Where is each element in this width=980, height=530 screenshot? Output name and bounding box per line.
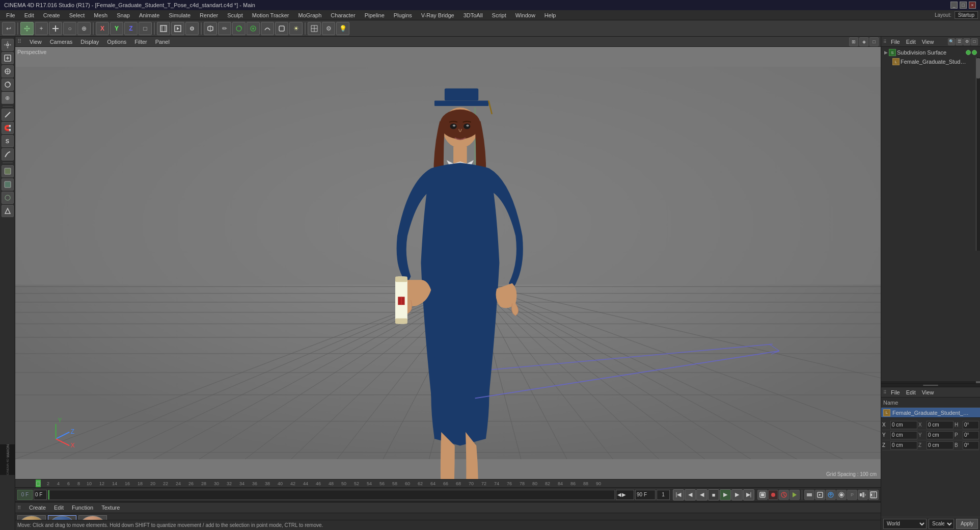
toolbar-rotate[interactable]: ○ <box>63 22 76 35</box>
tool-layer4[interactable] <box>2 205 14 217</box>
toolbar-light[interactable]: ☀ <box>289 22 303 35</box>
timeline-icon4[interactable] <box>836 490 847 500</box>
menu-render[interactable]: Render <box>196 11 222 19</box>
toolbar-y-axis[interactable]: Y <box>110 22 123 35</box>
toolbar-object-coords[interactable]: □ <box>139 22 152 35</box>
attr-file-menu[interactable]: File <box>889 389 902 395</box>
scene-item-female-grad[interactable]: L Female_Graduate_Student_T_Pose <box>882 57 979 66</box>
obj-expand-icon[interactable]: □ <box>971 38 978 45</box>
toolbar-render-active[interactable] <box>171 22 184 35</box>
menu-select[interactable]: Select <box>65 11 89 19</box>
apply-button[interactable]: Apply <box>956 519 978 529</box>
tool-scale-obj[interactable] <box>2 65 14 77</box>
panel-divider[interactable] <box>881 383 980 387</box>
menu-vray[interactable]: V-Ray Bridge <box>417 11 458 19</box>
viewport-camera-icon[interactable]: ◈ <box>859 37 868 46</box>
menu-edit[interactable]: Edit <box>20 11 38 19</box>
menu-window[interactable]: Window <box>511 11 539 19</box>
toolbar-deformer[interactable] <box>275 22 288 35</box>
prev-frame-button[interactable]: ◀ <box>685 489 696 500</box>
timeline-ruler[interactable]: 0 2 4 6 8 10 12 14 16 18 20 22 24 26 28 … <box>15 480 881 488</box>
toolbar-render-region[interactable] <box>157 22 170 35</box>
minimize-button[interactable]: _ <box>950 2 958 9</box>
toolbar-settings[interactable]: ⚙ <box>322 22 335 35</box>
menu-mesh[interactable]: Mesh <box>90 11 112 19</box>
jump-start-button[interactable]: |◀ <box>673 489 684 500</box>
toolbar-cube[interactable] <box>204 22 217 35</box>
obj-view-menu[interactable]: View <box>920 39 936 45</box>
menu-animate[interactable]: Animate <box>135 11 164 19</box>
obj-filter-icon[interactable]: ☰ <box>956 38 963 45</box>
menu-create[interactable]: Create <box>39 11 64 19</box>
timeline-icon2[interactable] <box>815 490 825 500</box>
viewport-display-menu[interactable]: Display <box>78 39 101 45</box>
menu-mograph[interactable]: MoGraph <box>294 11 325 19</box>
toolbar-grid[interactable] <box>308 22 321 35</box>
menu-pipeline[interactable]: Pipeline <box>361 11 389 19</box>
toolbar-move[interactable] <box>20 22 34 35</box>
timeline-icon6[interactable] <box>858 490 868 500</box>
menu-snap[interactable]: Snap <box>113 11 134 19</box>
p-input[interactable] <box>963 431 979 439</box>
obj-settings-icon[interactable]: ⚙ <box>963 38 970 45</box>
toolbar-z-axis[interactable]: Z <box>124 22 138 35</box>
viewport-cameras-menu[interactable]: Cameras <box>48 39 75 45</box>
z-size-input[interactable] <box>927 441 954 449</box>
timeline-scrubber[interactable] <box>48 490 615 500</box>
layout-dropdown[interactable]: Startup <box>955 11 978 19</box>
y-size-input[interactable] <box>927 431 954 439</box>
x-pos-input[interactable] <box>890 421 917 429</box>
obj-search-icon[interactable]: 🔍 <box>948 38 955 45</box>
material-function-menu[interactable]: Function <box>70 505 95 511</box>
b-input[interactable] <box>963 441 979 449</box>
viewport-view-menu[interactable]: View <box>28 39 44 45</box>
material-edit-menu[interactable]: Edit <box>52 505 66 511</box>
toolbar-instance[interactable] <box>247 22 260 35</box>
stop-button[interactable]: ■ <box>708 489 719 500</box>
menu-file[interactable]: File <box>2 11 19 19</box>
world-dropdown[interactable]: World Object Parent <box>883 519 927 529</box>
key-record-button[interactable] <box>768 490 778 500</box>
marker-button[interactable] <box>790 490 800 500</box>
tool-transform-obj[interactable]: ⊕ <box>2 92 14 104</box>
menu-help[interactable]: Help <box>540 11 560 19</box>
obj-file-menu[interactable]: File <box>889 39 902 45</box>
prev-play-button[interactable]: ◀ <box>696 489 707 500</box>
toolbar-bulb[interactable]: 💡 <box>336 22 349 35</box>
toolbar-transform[interactable]: ⊕ <box>77 22 91 35</box>
menu-simulate[interactable]: Simulate <box>165 11 195 19</box>
tool-s[interactable]: S <box>2 135 14 147</box>
menu-character[interactable]: Character <box>326 11 359 19</box>
obj-render-dot[interactable] <box>972 50 977 55</box>
attr-edit-menu[interactable]: Edit <box>904 389 918 395</box>
z-pos-input[interactable] <box>890 441 917 449</box>
viewport-fit-icon[interactable]: ⊞ <box>849 37 858 46</box>
tool-magnet[interactable]: 🧲 <box>2 122 14 134</box>
scroll-thumb[interactable] <box>976 58 980 78</box>
play-button[interactable]: ▶ <box>720 489 731 500</box>
jump-end-button[interactable]: ▶| <box>743 489 754 500</box>
tool-layer1[interactable] <box>2 165 14 177</box>
tool-layer3[interactable] <box>2 192 14 204</box>
viewport[interactable]: Z X Y <box>15 47 881 479</box>
toolbar-pen[interactable]: ✏ <box>218 22 231 35</box>
toolbar-array[interactable] <box>232 22 246 35</box>
attr-object-item[interactable]: L Female_Graduate_Student_T_Pose <box>881 408 980 418</box>
menu-motion-tracker[interactable]: Motion Tracker <box>248 11 293 19</box>
obj-scrollbar[interactable] <box>881 381 980 383</box>
toolbar-undo[interactable]: ↩ <box>2 22 15 35</box>
toolbar-scale[interactable] <box>49 22 62 35</box>
frame-input[interactable] <box>35 492 45 497</box>
h-input[interactable] <box>963 421 979 429</box>
toolbar-select[interactable]: + <box>35 22 48 35</box>
tool-rotate-obj[interactable] <box>2 78 14 91</box>
timeline-icon5[interactable]: P <box>847 490 857 500</box>
obj-edit-menu[interactable]: Edit <box>904 39 918 45</box>
attr-view-menu[interactable]: View <box>920 389 936 395</box>
menu-plugins[interactable]: Plugins <box>390 11 416 19</box>
viewport-maximize-icon[interactable]: □ <box>869 37 879 46</box>
close-button[interactable]: × <box>969 2 976 9</box>
material-texture-menu[interactable]: Texture <box>99 505 122 511</box>
x-size-input[interactable] <box>927 421 954 429</box>
toolbar-x-axis[interactable]: X <box>96 22 109 35</box>
